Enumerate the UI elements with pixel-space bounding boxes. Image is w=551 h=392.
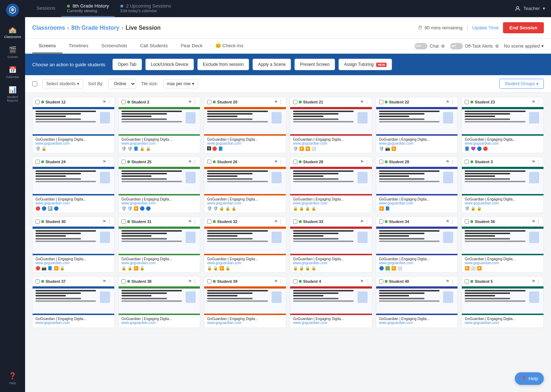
more-icon[interactable]: ⋮ xyxy=(536,219,541,224)
card-checkbox[interactable] xyxy=(207,219,211,224)
card-checkbox[interactable] xyxy=(293,160,297,164)
flag-icon[interactable]: ⚑ xyxy=(188,159,192,164)
student-card[interactable]: Student 31 ⚑ ⋮ GoGuardian | xyxy=(118,217,201,273)
student-card[interactable]: Student 23 ⚑ ⋮ GoGuardian | xyxy=(461,97,544,153)
student-card[interactable]: Student 36 ⚑ ⋮ GoGuardian | xyxy=(461,217,544,273)
flag-icon[interactable]: ⚑ xyxy=(274,100,278,105)
site-url[interactable]: www.goguardian.com xyxy=(35,321,111,325)
card-screen[interactable] xyxy=(33,227,114,255)
more-icon[interactable]: ⋮ xyxy=(193,159,197,164)
site-url[interactable]: www.goguardian.com xyxy=(379,261,455,265)
off-task-toggle[interactable]: OFF xyxy=(450,43,463,49)
card-checkbox[interactable] xyxy=(465,279,469,284)
card-screen[interactable] xyxy=(33,167,114,195)
more-icon[interactable]: ⋮ xyxy=(193,100,197,105)
select-all-checkbox[interactable] xyxy=(32,81,37,86)
scene-selector[interactable]: No scene applied ▾ xyxy=(504,43,544,49)
more-icon[interactable]: ⋮ xyxy=(107,100,111,105)
card-checkbox[interactable] xyxy=(35,219,40,224)
card-checkbox[interactable] xyxy=(379,219,383,224)
flag-icon[interactable]: ⚑ xyxy=(102,100,106,105)
sort-select[interactable]: Online Offline Name xyxy=(109,79,136,89)
more-icon[interactable]: ⋮ xyxy=(107,219,111,224)
student-card[interactable]: Student 30 ⚑ ⋮ GoGuardian | xyxy=(32,217,115,273)
card-screen[interactable] xyxy=(290,286,372,315)
card-checkbox[interactable] xyxy=(465,160,469,164)
card-screen[interactable] xyxy=(119,227,200,255)
flag-icon[interactable]: ⚑ xyxy=(360,100,364,105)
present-screen-button[interactable]: Present Screen xyxy=(294,59,335,70)
card-screen[interactable] xyxy=(376,107,458,136)
card-checkbox[interactable] xyxy=(207,100,211,104)
student-card[interactable]: Student 39 ⚑ ⋮ GoGuardian | xyxy=(204,276,286,328)
more-icon[interactable]: ⋮ xyxy=(279,219,283,224)
card-screen[interactable] xyxy=(33,107,114,136)
topnav-tab-sessions[interactable]: Sessions xyxy=(31,0,61,17)
select-students-dropdown[interactable]: Select students ▾ xyxy=(42,79,83,88)
flag-icon[interactable]: ⚑ xyxy=(102,279,106,284)
site-url[interactable]: www.goguardian.com xyxy=(379,201,455,205)
off-task-settings-icon[interactable]: ⚙ xyxy=(495,44,499,49)
tab-screenshots[interactable]: Screenshots xyxy=(95,39,134,53)
flag-icon[interactable]: ⚑ xyxy=(446,219,450,224)
card-checkbox[interactable] xyxy=(379,100,383,104)
student-card[interactable]: Student 3 ⚑ ⋮ GoGuardian | E xyxy=(461,157,544,213)
flag-icon[interactable]: ⚑ xyxy=(446,100,450,105)
site-url[interactable]: www.goguardian.com xyxy=(293,141,369,145)
more-icon[interactable]: ⋮ xyxy=(536,159,541,164)
site-url[interactable]: www.goguardian.com xyxy=(379,321,455,325)
card-screen[interactable] xyxy=(290,227,372,255)
student-card[interactable]: Student 29 ⚑ ⋮ GoGuardian | xyxy=(376,157,458,213)
more-icon[interactable]: ⋮ xyxy=(536,279,541,284)
student-card[interactable]: Student 26 ⚑ ⋮ GoGuardian | xyxy=(204,157,286,213)
more-icon[interactable]: ⋮ xyxy=(279,279,283,284)
site-url[interactable]: www.goguardian.com xyxy=(207,321,283,325)
card-checkbox[interactable] xyxy=(379,160,383,164)
card-screen[interactable] xyxy=(204,286,286,315)
flag-icon[interactable]: ⚑ xyxy=(274,219,278,224)
more-icon[interactable]: ⋮ xyxy=(279,100,283,105)
flag-icon[interactable]: ⚑ xyxy=(532,100,536,105)
more-icon[interactable]: ⋮ xyxy=(365,100,369,105)
user-menu[interactable]: Teacher ▾ xyxy=(515,6,545,11)
card-checkbox[interactable] xyxy=(121,219,126,224)
card-screen[interactable] xyxy=(376,286,458,315)
card-screen[interactable] xyxy=(462,227,543,255)
student-card[interactable]: Student 40 ⚑ ⋮ GoGuardian | xyxy=(376,276,458,328)
card-screen[interactable] xyxy=(33,286,114,315)
flag-icon[interactable]: ⚑ xyxy=(360,159,364,164)
more-icon[interactable]: ⋮ xyxy=(365,279,369,284)
open-tab-button[interactable]: Open Tab xyxy=(112,59,142,70)
flag-icon[interactable]: ⚑ xyxy=(102,219,106,224)
card-checkbox[interactable] xyxy=(121,279,126,284)
topnav-tab-8th-grade[interactable]: 8th Grade History Currently viewing xyxy=(61,0,115,17)
more-icon[interactable]: ⋮ xyxy=(365,159,369,164)
card-screen[interactable] xyxy=(119,286,200,315)
site-url[interactable]: www.goguardian.com xyxy=(465,261,541,265)
card-checkbox[interactable] xyxy=(121,160,126,164)
student-card[interactable]: Student 20 ⚑ ⋮ GoGuardian | xyxy=(204,97,286,153)
site-url[interactable]: www.goguardian.com xyxy=(207,141,283,145)
student-card[interactable]: Student 4 ⚑ ⋮ GoGuardian | E xyxy=(290,276,372,328)
student-card[interactable]: Student 38 ⚑ ⋮ GoGuardian | xyxy=(118,276,201,328)
more-icon[interactable]: ⋮ xyxy=(450,279,455,284)
chat-toggle[interactable]: OFF xyxy=(415,43,427,49)
student-groups-button[interactable]: Student Groups ▾ xyxy=(499,79,544,89)
flag-icon[interactable]: ⚑ xyxy=(360,279,364,284)
card-checkbox[interactable] xyxy=(465,100,469,104)
card-checkbox[interactable] xyxy=(293,100,297,104)
student-card[interactable]: Student 25 ⚑ ⋮ GoGuardian | xyxy=(118,157,201,213)
app-logo[interactable] xyxy=(6,4,19,16)
site-url[interactable]: www.goguardian.com xyxy=(207,201,283,205)
exclude-button[interactable]: Exclude from session xyxy=(197,59,249,70)
flag-icon[interactable]: ⚑ xyxy=(102,159,106,164)
update-time-link[interactable]: Update Time xyxy=(472,25,499,30)
site-url[interactable]: www.goguardian.com xyxy=(35,141,111,145)
student-card[interactable]: Student 28 ⚑ ⋮ GoGuardian | xyxy=(290,157,372,213)
tab-screens[interactable]: Screens xyxy=(32,39,62,53)
sidebar-item-scenes[interactable]: 🎬 Scenes xyxy=(0,42,25,62)
flag-icon[interactable]: ⚑ xyxy=(532,219,536,224)
site-url[interactable]: www.goguardian.com xyxy=(293,201,369,205)
student-card[interactable]: Student 2 ⚑ ⋮ GoGuardian | E xyxy=(118,97,201,153)
site-url[interactable]: www.goguardian.com xyxy=(293,261,369,265)
